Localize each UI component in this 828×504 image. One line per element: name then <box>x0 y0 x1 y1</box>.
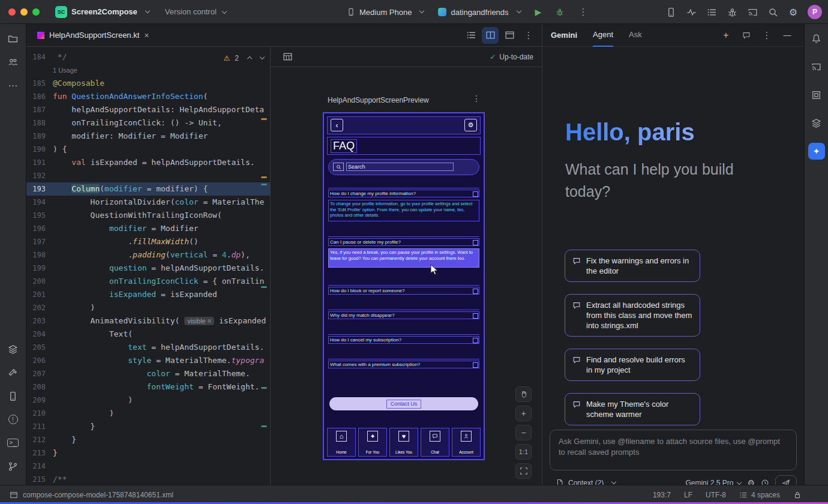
suggestion-card[interactable]: Fix the warnings and errors in the edito… <box>565 250 700 282</box>
run-configuration[interactable]: datingandfriends <box>438 8 520 17</box>
indent-setting[interactable]: 4 spaces <box>739 491 780 499</box>
previous-issue-button[interactable] <box>247 56 252 61</box>
code-line[interactable]: 188 onTrailingIconClick: () -> Unit, <box>26 116 270 130</box>
code-line[interactable]: 194 HorizontalDivider(color = MaterialTh… <box>26 196 270 209</box>
gemini-options-button[interactable]: ⋮ <box>758 27 775 44</box>
code-line[interactable]: 203 AnimatedVisibility( visible = isExpa… <box>26 314 270 328</box>
code-line[interactable]: 198 .padding(vertical = 4.dp), <box>26 248 270 262</box>
close-window-button[interactable] <box>8 8 16 16</box>
code-line[interactable]: 206 style = MaterialTheme.typogra <box>26 354 270 367</box>
line-separator[interactable]: LF <box>684 491 692 499</box>
compose-preview-phone[interactable]: ‹ ⚙ FAQ Search How do I change my profil… <box>323 112 485 460</box>
code-line[interactable]: 209 ) <box>26 394 270 407</box>
editor-options-button[interactable]: ⋮ <box>520 27 537 44</box>
gemini-prompt-input[interactable]: Ask Gemini, use @filename to attach sour… <box>550 430 797 470</box>
tab-agent[interactable]: Agent <box>593 24 613 47</box>
project-switcher[interactable]: SC Screen2Compose <box>55 6 149 18</box>
pair-devices-button[interactable] <box>662 4 679 20</box>
code-line[interactable]: 196 modifier = Modifier <box>26 222 270 235</box>
device-explorer-toolwindow-button[interactable] <box>807 57 826 76</box>
tab-ask[interactable]: Ask <box>629 24 642 47</box>
running-devices-toolwindow-button[interactable] <box>807 113 826 133</box>
code-line[interactable]: 199 question = helpAndSupportDetails. <box>26 262 270 275</box>
project-toolwindow-button[interactable] <box>4 29 23 48</box>
vcs-widget[interactable]: Version control <box>165 7 227 16</box>
editor-tab[interactable]: HelpAndSupportScreen.kt × <box>31 24 155 47</box>
resource-manager-toolwindow-button[interactable] <box>4 340 23 359</box>
code-line[interactable]: 214 <box>26 460 270 473</box>
code-line[interactable]: 204 Text( <box>26 328 270 341</box>
code-line[interactable]: 189 modifier: Modifier = Modifier <box>26 130 270 143</box>
build-toolwindow-button[interactable] <box>4 363 23 382</box>
code-line[interactable]: 208 fontWeight = FontWeight. <box>26 380 270 394</box>
problems-toolwindow-button[interactable]: ! <box>4 410 23 429</box>
preview-options-button[interactable]: ⋮ <box>472 94 481 103</box>
suggestion-card[interactable]: Find and resolve build errors in my proj… <box>565 349 700 381</box>
pull-requests-toolwindow-button[interactable] <box>4 52 23 71</box>
chat-history-button[interactable] <box>738 27 755 44</box>
code-line[interactable]: 191 val isExpanded = helpAndSupportDetai… <box>26 156 270 169</box>
device-selector[interactable]: Medium Phone <box>347 8 424 17</box>
code-line[interactable]: 202 ) <box>26 301 270 314</box>
debug-button[interactable] <box>556 8 564 16</box>
code-line[interactable]: 210 ) <box>26 407 270 420</box>
code-line[interactable]: 186fun QuestionAndAnswerInfoSection( <box>26 90 270 103</box>
minimize-window-button[interactable] <box>20 8 28 16</box>
code-line[interactable]: 201 isExpanded = isExpanded <box>26 288 270 301</box>
task-list-button[interactable] <box>703 4 720 20</box>
code-line[interactable]: 197 .fillMaxWidth() <box>26 235 270 248</box>
split-view-button[interactable] <box>482 27 499 44</box>
user-avatar[interactable]: P <box>808 5 822 19</box>
statusbar-file-name[interactable]: compose-compose-model-1758748140651.xml <box>23 491 173 499</box>
code-line[interactable]: 185@Composable <box>26 77 270 90</box>
code-editor[interactable]: 184 */1 Usage185@Composable186fun Questi… <box>26 47 270 485</box>
device-mirroring-button[interactable] <box>744 4 761 20</box>
zoom-out-button[interactable]: − <box>515 425 532 440</box>
more-run-options-button[interactable]: ⋮ <box>578 7 587 17</box>
code-view-button[interactable] <box>463 27 479 44</box>
code-line[interactable]: 195 QuestionWithTrailingIconRow( <box>26 209 270 222</box>
version-control-toolwindow-button[interactable] <box>4 457 23 476</box>
inspections-widget[interactable]: ⚠ 2 <box>224 52 264 65</box>
close-tab-button[interactable]: × <box>144 31 149 40</box>
layout-inspector-toolwindow-button[interactable] <box>807 85 826 104</box>
pan-tool-button[interactable] <box>515 386 532 402</box>
code-line[interactable]: 1 Usage <box>26 64 270 77</box>
zoom-in-button[interactable]: + <box>515 406 532 421</box>
code-line[interactable]: 200 onTrailingIconClick = { onTrailin <box>26 275 270 288</box>
maximize-window-button[interactable] <box>32 8 40 16</box>
code-line[interactable]: 193 Column(modifier = modifier) { <box>26 182 270 196</box>
code-line[interactable]: 213} <box>26 446 270 460</box>
file-encoding[interactable]: UTF-8 <box>706 491 726 499</box>
search-everywhere-button[interactable] <box>764 4 781 20</box>
next-issue-button[interactable] <box>260 55 265 59</box>
design-view-button[interactable] <box>501 27 518 44</box>
code-line[interactable]: 192 <box>26 169 270 182</box>
code-line[interactable]: 212 } <box>26 433 270 446</box>
code-line[interactable]: 187 helpAndSupportDetails: HelpAndSuppor… <box>26 103 270 116</box>
settings-button[interactable]: ⚙ <box>785 4 802 20</box>
suggestion-card[interactable]: Extract all hardcoded strings from this … <box>565 294 700 337</box>
suggestion-card[interactable]: Make my Theme's color scheme warmer <box>565 393 700 425</box>
zoom-reset-button[interactable]: 1:1 <box>515 444 532 460</box>
code-line[interactable]: 211 } <box>26 420 270 433</box>
app-inspection-button[interactable] <box>724 4 740 20</box>
read-only-toggle[interactable] <box>793 491 802 499</box>
zoom-to-fit-button[interactable] <box>515 463 532 479</box>
new-chat-button[interactable]: + <box>718 27 734 44</box>
more-toolwindows-button[interactable]: ⋯ <box>4 76 23 95</box>
preview-grid-mode-button[interactable] <box>279 49 296 65</box>
profiler-button[interactable] <box>683 4 700 20</box>
run-button[interactable]: ▶ <box>535 7 542 17</box>
code-line[interactable]: 215/** <box>26 473 270 485</box>
gemini-toolwindow-button[interactable]: ✦ <box>807 142 826 161</box>
device-manager-toolwindow-button[interactable] <box>4 386 23 406</box>
code-line[interactable]: 205 text = helpAndSupportDetails. <box>26 341 270 354</box>
preview-canvas[interactable]: HelpAndSupportScreenPreview ⋮ ‹ ⚙ FAQ Se… <box>271 67 542 485</box>
notifications-button[interactable] <box>807 29 826 48</box>
hide-panel-button[interactable]: — <box>779 27 796 44</box>
caret-position[interactable]: 193:7 <box>653 491 671 499</box>
code-line[interactable]: 190) { <box>26 143 270 156</box>
code-line[interactable]: 207 color = MaterialTheme. <box>26 367 270 380</box>
terminal-toolwindow-button[interactable]: >_ <box>4 433 23 452</box>
